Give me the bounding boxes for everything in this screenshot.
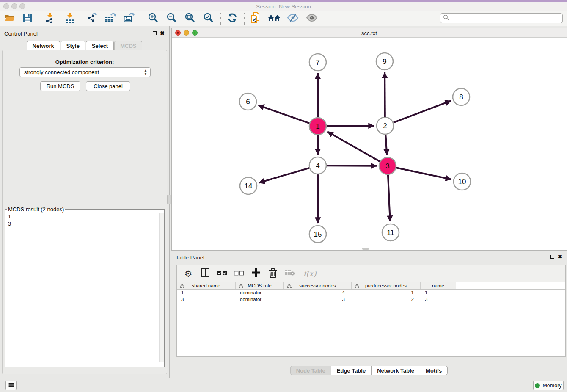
- zoom-out-button[interactable]: [165, 13, 179, 25]
- table-tabs: Node TableEdge TableNetwork TableMotifs: [171, 366, 567, 375]
- tree-icon: [239, 284, 243, 289]
- search-field[interactable]: [440, 13, 563, 23]
- window-title: Session: New Session: [0, 3, 567, 10]
- zoom-in-icon: [148, 12, 159, 25]
- tab-network-table[interactable]: Network Table: [371, 366, 420, 375]
- log-console-button[interactable]: [5, 381, 17, 390]
- zoom-fit-button[interactable]: [183, 13, 197, 25]
- open-file-button[interactable]: [3, 13, 17, 25]
- svg-text:15: 15: [314, 230, 322, 238]
- network-window-title: scc.txt: [172, 30, 567, 36]
- delete-column-button[interactable]: [267, 268, 278, 279]
- hide-selected-button[interactable]: [286, 13, 300, 25]
- export-image-button[interactable]: [122, 13, 136, 25]
- table-panel-title: Table Panel: [176, 254, 204, 261]
- mcds-result-text[interactable]: 1 3: [5, 213, 164, 367]
- result-line: 3: [8, 221, 164, 228]
- svg-text:2: 2: [383, 122, 387, 130]
- search-input[interactable]: [449, 15, 562, 21]
- select-all-button[interactable]: [217, 268, 228, 279]
- node-table: shared name MCDS role successor nodes pr…: [176, 282, 566, 357]
- column-header-shared-name[interactable]: shared name: [177, 282, 236, 289]
- memory-button[interactable]: Memory: [533, 381, 564, 390]
- table-panel: Table Panel ✖ ⚙ f(x) shared name MCDS ro…: [171, 252, 567, 377]
- run-mcds-button[interactable]: Run MCDS: [40, 81, 80, 91]
- split-columns-icon: [201, 268, 210, 279]
- tab-style[interactable]: Style: [61, 41, 85, 50]
- titlebar: Session: New Session: [0, 2, 567, 11]
- function-builder-button[interactable]: f(x): [301, 268, 318, 279]
- import-network-button[interactable]: [43, 13, 57, 25]
- add-column-button[interactable]: [250, 268, 261, 279]
- tree-icon: [180, 284, 184, 289]
- result-line: 1: [8, 213, 164, 221]
- new-network-from-selection-button[interactable]: [248, 13, 263, 25]
- zoom-selected-icon: [203, 12, 214, 25]
- svg-text:11: 11: [387, 229, 394, 237]
- show-all-button[interactable]: [305, 13, 319, 25]
- tab-motifs[interactable]: Motifs: [420, 366, 448, 375]
- first-neighbors-button[interactable]: [267, 13, 281, 25]
- search-icon: [443, 14, 449, 22]
- import-table-icon: [64, 12, 75, 25]
- column-header-mcds-role[interactable]: MCDS role: [236, 282, 284, 289]
- svg-text:1: 1: [316, 122, 319, 130]
- apply-layout-button[interactable]: [225, 13, 239, 25]
- control-panel: Control Panel ✖ NetworkStyleSelectMCDS O…: [0, 26, 170, 378]
- tab-mcds[interactable]: MCDS: [114, 41, 142, 50]
- selected-option-label: strongly connected component: [24, 69, 99, 75]
- float-panel-icon[interactable]: [153, 31, 157, 35]
- optimization-criterion-select[interactable]: strongly connected component ▲▼: [19, 67, 151, 77]
- column-settings-button[interactable]: ⚙: [183, 268, 194, 279]
- table-row[interactable]: 3 dominator 3 2 3: [177, 296, 565, 303]
- toolbar-separator: [141, 13, 141, 25]
- tab-network[interactable]: Network: [27, 41, 60, 50]
- network-canvas-svg[interactable]: 7968124314101511: [172, 38, 567, 250]
- svg-text:6: 6: [246, 98, 250, 106]
- zoom-in-button[interactable]: [146, 13, 160, 25]
- network-window-titlebar[interactable]: ✕ − + scc.txt: [172, 28, 567, 38]
- table-row[interactable]: 1 dominator 4 1 1: [177, 290, 565, 296]
- zoom-fit-icon: [184, 12, 195, 25]
- zoom-selected-button[interactable]: [201, 13, 216, 25]
- close-panel-icon[interactable]: ✖: [160, 31, 165, 35]
- open-folder-icon: [4, 13, 15, 25]
- fx-icon: f(x): [303, 269, 317, 278]
- svg-text:7: 7: [316, 58, 319, 66]
- delete-table-button[interactable]: [284, 268, 295, 279]
- table-close-panel-icon[interactable]: ✖: [558, 255, 562, 259]
- save-session-button[interactable]: [20, 13, 35, 25]
- status-bar: Memory: [0, 378, 567, 392]
- table-float-panel-icon[interactable]: [550, 255, 554, 259]
- import-network-icon: [44, 12, 55, 25]
- table-header-row: shared name MCDS role successor nodes pr…: [177, 282, 565, 290]
- optimization-criterion-label: Optimization criterion:: [3, 59, 167, 65]
- network-hscroll-thumb[interactable]: [362, 248, 369, 250]
- svg-text:14: 14: [245, 182, 253, 190]
- close-panel-button[interactable]: Close panel: [86, 81, 130, 91]
- tab-select[interactable]: Select: [86, 41, 114, 50]
- control-panel-title: Control Panel: [4, 30, 38, 37]
- splitter-grip[interactable]: [167, 195, 171, 204]
- tab-node-table[interactable]: Node Table: [290, 366, 331, 375]
- select-stepper-icon: ▲▼: [144, 69, 147, 76]
- svg-text:4: 4: [316, 162, 319, 170]
- deselect-all-button[interactable]: [234, 268, 245, 279]
- result-scrollbar[interactable]: [159, 213, 164, 362]
- column-header-successor-nodes[interactable]: successor nodes: [284, 282, 352, 289]
- column-header-predecessor-nodes[interactable]: predecessor nodes: [352, 282, 421, 289]
- table-delete-icon: [285, 269, 295, 278]
- split-panel-button[interactable]: [200, 268, 211, 279]
- eye-icon: [306, 13, 318, 24]
- import-table-button[interactable]: [63, 13, 77, 25]
- control-panel-tabs: NetworkStyleSelectMCDS: [0, 41, 169, 50]
- toolbar-separator: [244, 13, 245, 25]
- export-table-button[interactable]: [103, 13, 118, 25]
- export-network-button[interactable]: [85, 13, 99, 25]
- tab-edge-table[interactable]: Edge Table: [331, 366, 372, 375]
- export-image-icon: [123, 12, 135, 25]
- svg-text:8: 8: [459, 93, 463, 101]
- column-header-name[interactable]: name: [421, 282, 456, 289]
- export-table-icon: [105, 12, 116, 25]
- svg-text:10: 10: [458, 178, 466, 186]
